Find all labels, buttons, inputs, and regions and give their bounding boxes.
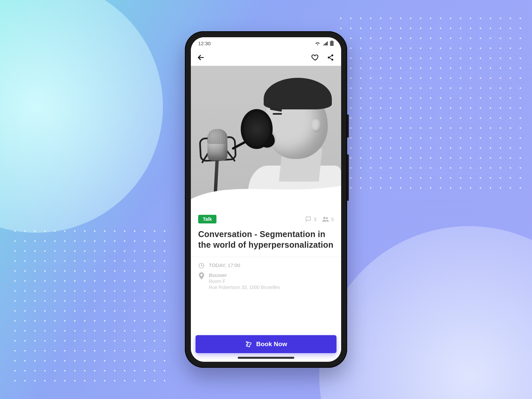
- book-now-button[interactable]: Book Now: [196, 335, 336, 353]
- share-icon: [327, 54, 334, 61]
- location-pin-icon: [198, 272, 205, 280]
- phone-frame: 12:30: [185, 31, 347, 368]
- phone-screen: 12:30: [191, 37, 341, 362]
- attendees-count: 5: [331, 216, 334, 222]
- share-button[interactable]: [325, 52, 336, 63]
- event-category-tag[interactable]: Talk: [198, 215, 216, 223]
- cellular-icon: [323, 41, 328, 46]
- venue-room: Room F: [209, 279, 280, 284]
- bg-circle: [319, 226, 532, 399]
- venue-name: Bscover: [209, 272, 280, 278]
- book-now-label: Book Now: [256, 340, 287, 348]
- status-time: 12:30: [198, 41, 211, 46]
- people-icon: [322, 216, 329, 222]
- heart-icon: [311, 54, 319, 62]
- ticket-icon: [245, 340, 252, 348]
- event-meta-row: Talk 3 5: [198, 215, 334, 223]
- attendees-stat[interactable]: 5: [322, 216, 334, 222]
- bg-dot-grid: [336, 13, 522, 196]
- phone-side-button: [347, 114, 349, 138]
- bg-dot-grid: [10, 226, 166, 389]
- event-location-row: Bscover Room F Rue Robertson 33, 1000 Br…: [198, 272, 334, 290]
- app-bar: [191, 49, 341, 66]
- back-button[interactable]: [196, 52, 206, 63]
- home-indicator[interactable]: [238, 357, 294, 359]
- wifi-icon: [315, 41, 321, 46]
- divider: [191, 257, 341, 257]
- comment-icon: [305, 216, 312, 222]
- event-time-row: TODAY, 17:00: [198, 262, 334, 269]
- status-bar: 12:30: [191, 37, 341, 49]
- event-hero-image: [191, 66, 341, 209]
- event-time: TODAY, 17:00: [209, 262, 240, 268]
- clock-icon: [198, 262, 205, 269]
- svg-point-3: [323, 217, 326, 219]
- bg-circle: [0, 0, 163, 233]
- comments-stat[interactable]: 3: [305, 216, 316, 222]
- svg-point-2: [332, 59, 333, 61]
- venue-address: Rue Robertson 33, 1000 Bruxelles: [209, 285, 280, 290]
- battery-icon: [330, 41, 334, 46]
- arrow-left-icon: [197, 53, 205, 62]
- event-content[interactable]: Talk 3 5 Conversation - Segmentation in …: [191, 209, 341, 333]
- event-title: Conversation - Segmentation in the world…: [198, 229, 334, 250]
- svg-point-4: [326, 217, 328, 219]
- svg-point-0: [332, 54, 333, 56]
- favorite-button[interactable]: [310, 52, 321, 63]
- comments-count: 3: [314, 216, 316, 222]
- phone-side-button: [347, 154, 349, 201]
- svg-point-1: [328, 57, 330, 59]
- event-stats: 3 5: [305, 216, 334, 222]
- mockup-stage: 12:30: [0, 0, 532, 399]
